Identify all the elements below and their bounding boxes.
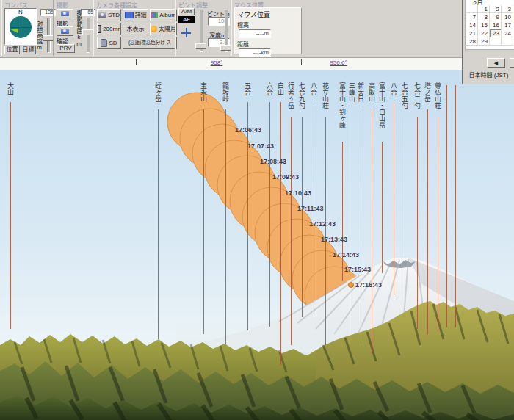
elevation-color-button-label: (高速)標高色分け ス [128, 40, 171, 46]
elevation-label: 標高 [237, 21, 301, 29]
calendar-day[interactable] [490, 37, 502, 46]
calendar-day[interactable] [466, 5, 478, 13]
mouse-position-box: マウス位置 標高 ----m 距離 ----km [234, 7, 302, 54]
compass-dial[interactable] [10, 16, 32, 38]
calendar-day[interactable]: 17 [502, 21, 513, 29]
calendar-day[interactable]: 1 [478, 5, 490, 13]
ruler-azimuth-label[interactable]: 958° [211, 59, 223, 66]
camera-settings-grid: STD詳細Album200mm木表示太陽月SD(高速)標高色分け ス [97, 9, 177, 49]
calendar-day[interactable]: 23 [490, 29, 502, 37]
lens-200mm-button[interactable]: 200mm [97, 23, 121, 35]
lens-200mm-button-label: 200mm [103, 26, 121, 32]
depth-slider[interactable] [220, 10, 231, 52]
shoot-button[interactable] [57, 9, 73, 18]
mouse-position-panel: マウス位置 マウス位置 標高 ----m 距離 ----km [231, 0, 304, 56]
sun-moon-button-label: 太陽月 [159, 26, 176, 32]
calendar-prev-button[interactable]: ◀ [487, 58, 505, 68]
sd-button-label: SD [109, 40, 117, 46]
ruler-azimuth-label[interactable]: 956.6° [330, 59, 347, 66]
toolbar: コンパス N 位置 目標 対地高度m 135 撮影 撮影 確認 PRV 撮影範囲… [0, 0, 514, 58]
compass-north-label: N [5, 9, 36, 15]
calendar-day[interactable]: 28 [466, 37, 478, 46]
std-button-label: STD [108, 12, 120, 18]
detail-icon [125, 12, 134, 18]
calendar-next-button[interactable]: ▶ [510, 58, 514, 68]
calendar-day[interactable]: 15 [478, 21, 490, 29]
album-button[interactable]: Album [150, 9, 177, 21]
camera-icon [98, 12, 106, 18]
sd-button[interactable]: SD [97, 37, 121, 49]
auto-manual-button[interactable]: A/M [178, 8, 195, 15]
camera-settings-caption: カメラ各種設定 [96, 1, 137, 9]
camera-icon [61, 29, 69, 34]
ground-altitude-label: 対地高度m [36, 21, 43, 51]
calendar-day[interactable]: 29 [478, 37, 490, 46]
calendar-grid: 1237891014151617212223242829 [466, 5, 514, 46]
timezone-label: 日本時間 (JST) [463, 70, 514, 79]
compass-widget[interactable]: N [4, 8, 37, 45]
mouse-position-heading: マウス位置 [237, 10, 301, 19]
tree-display-button[interactable]: 木表示 [123, 23, 148, 35]
kashbird-window: 大山蛭ヶ岳宝永山籠坂峠五合六合白山行者ヶ岳七合九勺八合花立山荘富士山・剣ヶ峰三峰… [0, 0, 514, 420]
calendar-day[interactable]: 24 [502, 29, 513, 37]
ruler-tick [136, 59, 137, 65]
ground-altitude-slider[interactable] [43, 18, 53, 53]
calendar-month-label: 2月 [473, 0, 514, 5]
af-indicator: AF [178, 16, 195, 23]
calendar-day[interactable]: 7 [466, 13, 478, 21]
confirm-button[interactable] [57, 26, 73, 36]
preview-button[interactable]: PRV [57, 44, 75, 53]
position-button[interactable]: 位置 [4, 46, 20, 54]
calendar-day[interactable]: 2 [490, 5, 502, 13]
compass-panel: コンパス N 位置 目標 対地高度m 135 [1, 0, 54, 56]
shooting-panel-caption: 撮影 [57, 1, 68, 9]
elevation-value: ----m [239, 29, 271, 38]
detail-button[interactable]: 詳細 [123, 9, 148, 21]
distance-label: 距離 [237, 40, 301, 48]
calendar-day[interactable]: 22 [478, 29, 490, 37]
lens-icon [97, 25, 101, 33]
ruler-tick [301, 59, 302, 65]
calendar-panel: 2月 1237891014151617212223242829 ◀ ▶ 日本時間… [462, 0, 514, 84]
calendar-day[interactable]: 9 [490, 13, 502, 21]
focus-slider[interactable] [195, 10, 206, 52]
shoot-range-slider[interactable] [82, 18, 93, 53]
calendar-day[interactable]: 16 [490, 21, 502, 29]
calendar-day[interactable]: 3 [502, 5, 513, 13]
sun-icon [151, 26, 157, 32]
focus-panel: ピント調整 A/M AF ピントm 100 深度m 3.0 [175, 0, 232, 56]
distance-value: ----km [239, 48, 271, 57]
calendar-day[interactable]: 21 [466, 29, 478, 37]
album-button-label: Album [159, 12, 176, 18]
camera-settings-panel: カメラ各種設定 STD詳細Album200mm木表示太陽月SD(高速)標高色分け… [93, 0, 176, 56]
detail-button-label: 詳細 [135, 12, 147, 18]
sd-icon [101, 39, 107, 47]
calendar-day[interactable] [502, 37, 513, 46]
sun-moon-button[interactable]: 太陽月 [150, 23, 177, 35]
tree-display-button-label: 木表示 [127, 26, 145, 32]
view-ruler: 958°956.6° [0, 57, 514, 70]
compass-heading-icon [10, 27, 18, 33]
std-button[interactable]: STD [97, 9, 121, 21]
elevation-color-button[interactable]: (高速)標高色分け ス [123, 37, 177, 49]
camera-icon [61, 11, 69, 16]
calendar-day[interactable]: 14 [466, 21, 478, 29]
shooting-panel: 撮影 撮影 確認 PRV 撮影範囲km 65 [54, 0, 94, 56]
album-icon [151, 12, 158, 18]
target-button[interactable]: 目標 [21, 46, 36, 54]
calendar-grid-box: 2月 1237891014151617212223242829 [465, 0, 514, 50]
calendar-day[interactable]: 10 [502, 13, 513, 21]
calendar-day[interactable]: 8 [478, 13, 490, 21]
af-crosshair-icon[interactable] [181, 28, 191, 37]
